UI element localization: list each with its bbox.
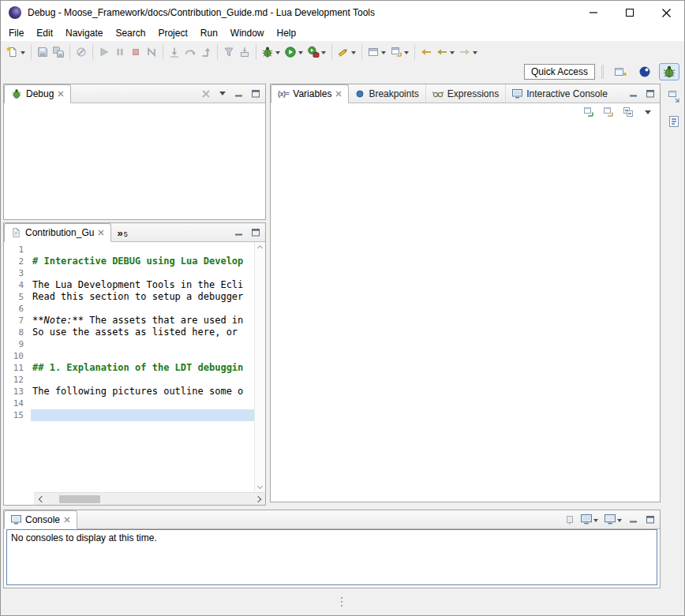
step-over-button[interactable] [182,43,198,62]
back-dropdown-icon[interactable] [450,51,455,54]
scroll-right-button[interactable] [253,493,265,506]
display-selected-console-button[interactable] [578,512,601,527]
status-trim-sash[interactable] [341,597,342,607]
editor-line[interactable]: 4The Lua Development Tools in the Ecli [4,279,254,291]
scroll-up-icon[interactable] [257,245,263,251]
debug-view-content[interactable] [4,103,265,219]
editor-line[interactable]: 6 [4,303,254,315]
new-button[interactable] [5,43,28,62]
show-columns-button[interactable] [600,105,616,119]
terminate-button[interactable] [128,43,144,62]
tab-console[interactable]: Console [4,510,77,529]
forward-button[interactable] [457,43,480,62]
new-wizard-button[interactable] [365,43,388,62]
run-external-tools-button[interactable] [305,43,328,62]
menu-edit[interactable]: Edit [30,25,59,41]
restore-views-button[interactable] [665,88,683,105]
outline-view-button[interactable] [665,113,683,130]
editor-line[interactable]: 5Read this section to setup a debugger [4,291,254,303]
remove-terminated-button[interactable] [198,86,213,101]
maximize-view-button[interactable] [642,512,657,527]
variables-view-menu-button[interactable] [639,105,656,119]
hidden-editors-chevron[interactable]: » 5 [111,223,133,241]
editor-line[interactable]: 2# Interactive DEBUG using Lua Develop [4,256,254,267]
minimize-view-button[interactable] [626,86,641,101]
skip-all-breakpoints-button[interactable] [73,43,89,62]
debug-dropdown-icon[interactable] [275,51,280,54]
menu-run[interactable]: Run [194,25,224,41]
tab-close-icon[interactable] [98,230,104,236]
lua-perspective-button[interactable] [634,63,655,80]
step-return-button[interactable] [198,43,214,62]
maximize-view-button[interactable] [248,86,263,101]
app-icon[interactable] [9,6,21,19]
editor-line[interactable]: 3 [4,267,254,279]
close-button[interactable] [648,1,684,24]
tab-close-icon[interactable] [335,91,342,97]
resume-button[interactable] [96,43,112,62]
scrollbar-thumb[interactable] [59,495,100,503]
editor-vertical-scrollbar[interactable] [254,242,265,492]
tab-debug[interactable]: Debug [4,84,71,103]
pin-console-button[interactable] [562,512,577,527]
run-button[interactable] [283,43,305,62]
editor-line[interactable]: 9 [4,338,254,350]
tab-variables[interactable]: (x)= Variables [271,84,349,103]
editor-horizontal-scrollbar[interactable] [34,492,265,505]
debug-perspective-button[interactable] [659,63,679,80]
collapse-all-button[interactable] [619,105,636,119]
scroll-down-icon[interactable] [257,483,263,489]
maximize-button[interactable] [612,1,648,24]
display-console-dropdown-icon[interactable] [593,519,598,522]
editor-line[interactable]: 13The following pictures outline some o [4,386,254,398]
editor-current-line[interactable]: 15 [4,409,254,421]
use-step-filters-button[interactable] [221,43,237,62]
scrollbar-track[interactable] [47,493,253,506]
maximize-view-button[interactable] [248,225,263,240]
tab-close-icon[interactable] [58,91,64,97]
menu-help[interactable]: Help [271,25,303,41]
editor-text-area[interactable]: 1 2# Interactive DEBUG using Lua Develop… [4,242,254,492]
editor-line[interactable]: 10 [4,350,254,362]
view-menu-button[interactable] [215,86,230,101]
run-dropdown-icon[interactable] [298,51,303,54]
open-console-button[interactable] [602,512,624,527]
editor-line[interactable]: 1 [4,244,254,256]
external-tools-dropdown-icon[interactable] [321,51,326,54]
menu-window[interactable]: Window [224,25,271,41]
open-element-button[interactable] [388,43,411,62]
menu-file[interactable]: File [2,25,30,41]
minimize-view-button[interactable] [231,225,246,240]
show-logical-structure-button[interactable] [580,105,597,119]
save-button[interactable] [35,43,51,62]
tab-expressions[interactable]: Expressions [425,84,505,103]
maximize-view-button[interactable] [642,86,657,101]
editor-line[interactable]: 11## 1. Explanation of the LDT debuggin [4,362,254,374]
minimize-button[interactable] [575,1,612,24]
editor-line[interactable]: 14 [4,398,254,409]
disconnect-button[interactable] [144,43,159,62]
editor-line[interactable]: 8So use the assets as listed here, or [4,327,254,338]
suspend-button[interactable] [112,43,128,62]
variables-view-content[interactable] [271,121,660,502]
debug-button[interactable] [260,43,283,62]
minimize-view-button[interactable] [626,512,641,527]
open-perspective-button[interactable] [610,63,631,80]
minimize-view-button[interactable] [231,86,246,101]
tab-close-icon[interactable] [64,517,70,523]
step-into-button[interactable] [167,43,182,62]
forward-dropdown-icon[interactable] [473,51,477,54]
tab-interactive-console[interactable]: Interactive Console [505,84,614,103]
new-wizard-dropdown-icon[interactable] [381,51,386,54]
highlight-button[interactable] [335,43,358,62]
quick-access-field[interactable]: Quick Access [524,64,595,80]
back-button[interactable] [434,43,457,62]
last-edit-location-button[interactable] [418,43,434,62]
tab-breakpoints[interactable]: Breakpoints [349,84,425,103]
save-all-button[interactable] [51,43,66,62]
tab-contribution-guide[interactable]: Contribution_Gu [4,223,111,242]
editor-line[interactable]: 12 [4,374,254,386]
new-dropdown-icon[interactable] [21,51,25,54]
scroll-left-button[interactable] [34,493,47,506]
open-element-dropdown-icon[interactable] [404,51,409,54]
